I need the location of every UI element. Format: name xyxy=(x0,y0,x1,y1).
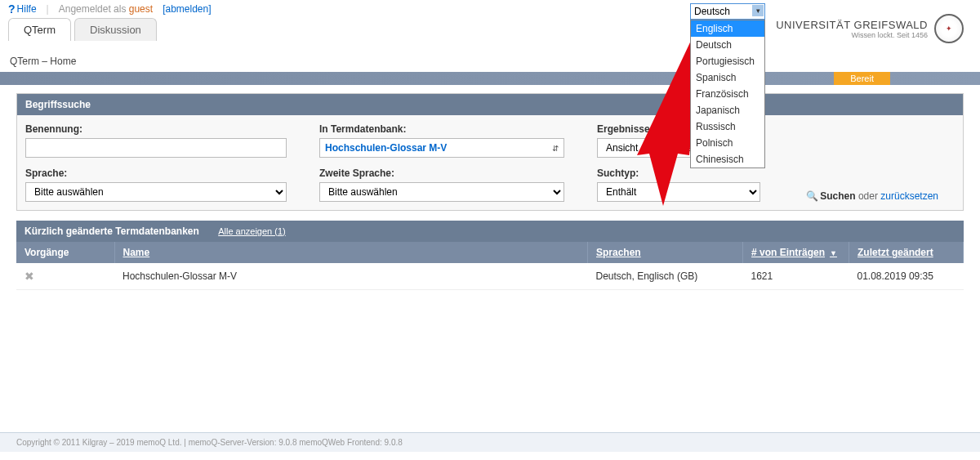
db-value: Hochschulen-Glossar M-V xyxy=(325,142,447,154)
reset-link[interactable]: zurücksetzen xyxy=(880,190,938,202)
help-icon: ? xyxy=(8,2,16,16)
tab-discussion[interactable]: Diskussion xyxy=(74,18,157,41)
logout-link[interactable]: [abmelden] xyxy=(163,3,211,15)
separator: | xyxy=(47,3,49,15)
type-select[interactable]: Enthält xyxy=(597,182,760,202)
type-label: Suchtyp: xyxy=(597,167,760,179)
col-name[interactable]: Name xyxy=(114,242,588,263)
brand-logo: ✦ xyxy=(934,14,964,43)
brand-tagline: Wissen lockt. Seit 1456 xyxy=(776,31,928,39)
col-ops: Vorgänge xyxy=(16,242,114,263)
lang-option-chinesisch[interactable]: Chinesisch xyxy=(691,151,764,167)
language-select[interactable] xyxy=(690,3,765,20)
or-text: oder xyxy=(858,190,880,202)
lang-select[interactable]: Bitte auswählen xyxy=(25,182,287,202)
language-dropdown: Englisch Deutsch Portugiesisch Spanisch … xyxy=(690,20,765,168)
name-input[interactable] xyxy=(25,138,287,158)
lang-option-deutsch[interactable]: Deutsch xyxy=(691,37,764,53)
login-status: Angemeldet als guest xyxy=(59,3,153,15)
table-row: ✖ Hochschulen-Glossar M-V Deutsch, Engli… xyxy=(16,263,964,290)
show-all-link[interactable]: Alle anzeigen (1) xyxy=(218,226,286,236)
search-button[interactable]: Suchen xyxy=(806,190,855,202)
recent-panel-title: Kürzlich geänderte Termdatenbanken xyxy=(24,226,199,237)
row-name[interactable]: Hochschulen-Glossar M-V xyxy=(114,263,588,290)
help-link[interactable]: ? Hilfe xyxy=(8,2,37,16)
lang2-label: Zweite Sprache: xyxy=(319,167,564,179)
recent-panel: Kürzlich geänderte Termdatenbanken Alle … xyxy=(16,221,964,290)
lang-label: Sprache: xyxy=(25,167,287,179)
name-label: Benennung: xyxy=(25,123,287,135)
lang-option-polnisch[interactable]: Polnisch xyxy=(691,135,764,151)
breadcrumb: QTerm – Home xyxy=(0,51,980,72)
row-langs: Deutsch, Englisch (GB) xyxy=(588,263,743,290)
row-modified: 01.08.2019 09:35 xyxy=(849,263,964,290)
lang-option-franzoesisch[interactable]: Französisch xyxy=(691,86,764,102)
lang-option-japanisch[interactable]: Japanisch xyxy=(691,102,764,118)
brand-name: UNIVERSITÄT GREIFSWALD xyxy=(776,19,928,31)
recent-table: Vorgänge Name Sprachen # von Einträgen▼ … xyxy=(16,242,964,290)
lang2-select[interactable]: Bitte auswählen xyxy=(319,182,564,202)
db-select[interactable]: Hochschulen-Glossar M-V ⇵ xyxy=(319,138,564,158)
updown-icon: ⇵ xyxy=(552,144,559,153)
col-langs[interactable]: Sprachen xyxy=(588,242,743,263)
help-label: Hilfe xyxy=(17,3,37,15)
brand: UNIVERSITÄT GREIFSWALD Wissen lockt. Sei… xyxy=(776,14,964,43)
wrench-icon[interactable]: ✖ xyxy=(24,270,34,283)
status-ready-badge: Bereit xyxy=(834,72,890,85)
row-count: 1621 xyxy=(743,263,849,290)
recent-panel-header: Kürzlich geänderte Termdatenbanken Alle … xyxy=(16,221,964,242)
lang-option-spanisch[interactable]: Spanisch xyxy=(691,69,764,86)
col-modified[interactable]: Zuletzt geändert xyxy=(849,242,964,263)
lang-option-englisch[interactable]: Englisch xyxy=(691,20,764,37)
tab-qterm[interactable]: QTerm xyxy=(8,18,71,41)
search-panel: Begriffssuche Benennung: In Termdatenban… xyxy=(16,93,964,211)
sort-desc-icon: ▼ xyxy=(830,249,837,257)
status-bar: Bereit xyxy=(0,72,980,85)
search-panel-title: Begriffssuche xyxy=(17,94,963,115)
lang-option-portugiesisch[interactable]: Portugiesisch xyxy=(691,53,764,69)
db-label: In Termdatenbank: xyxy=(319,123,564,135)
lang-option-russisch[interactable]: Russisch xyxy=(691,118,764,135)
col-count[interactable]: # von Einträgen▼ xyxy=(743,242,849,263)
username: guest xyxy=(129,3,153,15)
